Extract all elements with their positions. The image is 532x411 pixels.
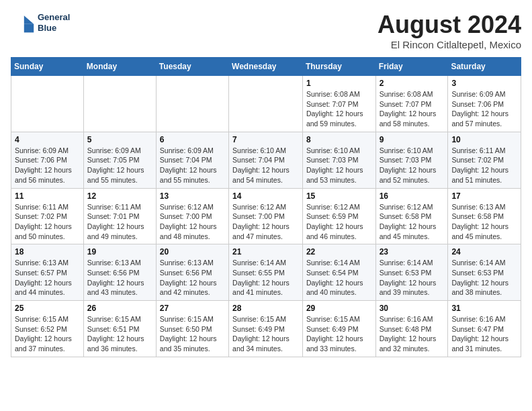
logo-line2: Blue — [38, 23, 70, 34]
calendar-week-row: 18Sunrise: 6:13 AM Sunset: 6:57 PM Dayli… — [11, 244, 521, 301]
weekday-header: Friday — [375, 58, 448, 76]
day-number: 23 — [380, 247, 445, 257]
calendar-cell: 2Sunrise: 6:08 AM Sunset: 7:07 PM Daylig… — [375, 76, 448, 132]
day-info: Sunrise: 6:12 AM Sunset: 6:59 PM Dayligh… — [306, 202, 372, 242]
calendar-cell: 29Sunrise: 6:15 AM Sunset: 6:49 PM Dayli… — [302, 301, 375, 357]
logo-icon — [11, 11, 35, 35]
calendar-cell: 18Sunrise: 6:13 AM Sunset: 6:57 PM Dayli… — [11, 244, 84, 301]
day-info: Sunrise: 6:10 AM Sunset: 7:03 PM Dayligh… — [306, 146, 372, 185]
calendar-cell: 22Sunrise: 6:14 AM Sunset: 6:54 PM Dayli… — [302, 244, 375, 301]
day-info: Sunrise: 6:16 AM Sunset: 6:48 PM Dayligh… — [380, 314, 445, 354]
weekday-header: Saturday — [448, 58, 521, 76]
logo-line1: General — [38, 12, 70, 23]
day-info: Sunrise: 6:13 AM Sunset: 6:56 PM Dayligh… — [160, 258, 225, 298]
weekday-header: Monday — [83, 58, 156, 76]
calendar-cell: 17Sunrise: 6:13 AM Sunset: 6:58 PM Dayli… — [448, 188, 521, 244]
day-info: Sunrise: 6:14 AM Sunset: 6:54 PM Dayligh… — [306, 258, 372, 298]
day-number: 2 — [380, 79, 445, 88]
day-info: Sunrise: 6:12 AM Sunset: 7:00 PM Dayligh… — [160, 202, 225, 242]
day-info: Sunrise: 6:14 AM Sunset: 6:53 PM Dayligh… — [380, 258, 445, 298]
day-number: 22 — [306, 247, 372, 257]
calendar-cell: 19Sunrise: 6:13 AM Sunset: 6:56 PM Dayli… — [83, 244, 156, 301]
location: El Rincon Citlaltepetl, Mexico — [378, 39, 521, 50]
calendar-week-row: 25Sunrise: 6:15 AM Sunset: 6:52 PM Dayli… — [11, 301, 521, 357]
day-info: Sunrise: 6:15 AM Sunset: 6:49 PM Dayligh… — [306, 314, 372, 354]
calendar-cell: 3Sunrise: 6:09 AM Sunset: 7:06 PM Daylig… — [448, 76, 521, 132]
calendar-cell: 25Sunrise: 6:15 AM Sunset: 6:52 PM Dayli… — [11, 301, 84, 357]
svg-marker-2 — [24, 24, 34, 33]
day-number: 28 — [232, 304, 299, 313]
calendar-cell: 8Sunrise: 6:10 AM Sunset: 7:03 PM Daylig… — [302, 132, 375, 188]
calendar-cell: 12Sunrise: 6:11 AM Sunset: 7:01 PM Dayli… — [83, 188, 156, 244]
day-info: Sunrise: 6:12 AM Sunset: 6:58 PM Dayligh… — [380, 202, 445, 242]
day-number: 19 — [87, 247, 152, 257]
day-number: 11 — [15, 191, 80, 201]
day-number: 3 — [451, 79, 517, 88]
title-block: August 2024 El Rincon Citlaltepetl, Mexi… — [378, 11, 521, 50]
day-number: 25 — [15, 304, 80, 313]
calendar-week-row: 11Sunrise: 6:11 AM Sunset: 7:02 PM Dayli… — [11, 188, 521, 244]
day-number: 9 — [380, 135, 445, 144]
day-number: 1 — [306, 79, 372, 88]
calendar-cell: 21Sunrise: 6:14 AM Sunset: 6:55 PM Dayli… — [229, 244, 303, 301]
day-info: Sunrise: 6:15 AM Sunset: 6:50 PM Dayligh… — [160, 314, 225, 354]
calendar-cell: 5Sunrise: 6:09 AM Sunset: 7:05 PM Daylig… — [83, 132, 156, 188]
logo: General Blue — [11, 11, 70, 35]
day-info: Sunrise: 6:15 AM Sunset: 6:49 PM Dayligh… — [232, 314, 299, 354]
day-number: 10 — [451, 135, 517, 144]
calendar-week-row: 4Sunrise: 6:09 AM Sunset: 7:06 PM Daylig… — [11, 132, 521, 188]
day-number: 27 — [160, 304, 225, 313]
calendar-table: SundayMondayTuesdayWednesdayThursdayFrid… — [11, 57, 521, 357]
calendar-cell: 15Sunrise: 6:12 AM Sunset: 6:59 PM Dayli… — [302, 188, 375, 244]
day-info: Sunrise: 6:11 AM Sunset: 7:02 PM Dayligh… — [15, 202, 80, 242]
calendar-cell: 13Sunrise: 6:12 AM Sunset: 7:00 PM Dayli… — [156, 188, 228, 244]
calendar-week-row: 1Sunrise: 6:08 AM Sunset: 7:07 PM Daylig… — [11, 76, 521, 132]
day-info: Sunrise: 6:13 AM Sunset: 6:56 PM Dayligh… — [87, 258, 152, 298]
day-info: Sunrise: 6:15 AM Sunset: 6:52 PM Dayligh… — [15, 314, 80, 354]
weekday-header: Tuesday — [156, 58, 228, 76]
day-info: Sunrise: 6:11 AM Sunset: 7:02 PM Dayligh… — [451, 146, 517, 185]
day-number: 5 — [87, 135, 152, 144]
calendar-cell: 10Sunrise: 6:11 AM Sunset: 7:02 PM Dayli… — [448, 132, 521, 188]
calendar-cell: 23Sunrise: 6:14 AM Sunset: 6:53 PM Dayli… — [375, 244, 448, 301]
calendar-cell — [229, 76, 303, 132]
calendar-cell: 30Sunrise: 6:16 AM Sunset: 6:48 PM Dayli… — [375, 301, 448, 357]
day-number: 29 — [306, 304, 372, 313]
day-number: 16 — [380, 191, 445, 201]
calendar-body: 1Sunrise: 6:08 AM Sunset: 7:07 PM Daylig… — [11, 76, 521, 357]
calendar-cell: 24Sunrise: 6:14 AM Sunset: 6:53 PM Dayli… — [448, 244, 521, 301]
calendar-cell: 26Sunrise: 6:15 AM Sunset: 6:51 PM Dayli… — [83, 301, 156, 357]
day-info: Sunrise: 6:13 AM Sunset: 6:58 PM Dayligh… — [451, 202, 517, 242]
calendar-cell — [83, 76, 156, 132]
day-number: 18 — [15, 247, 80, 257]
day-info: Sunrise: 6:08 AM Sunset: 7:07 PM Dayligh… — [306, 89, 372, 129]
day-info: Sunrise: 6:16 AM Sunset: 6:47 PM Dayligh… — [451, 314, 517, 354]
weekday-header: Wednesday — [229, 58, 303, 76]
day-info: Sunrise: 6:09 AM Sunset: 7:04 PM Dayligh… — [160, 146, 225, 185]
calendar-cell: 7Sunrise: 6:10 AM Sunset: 7:04 PM Daylig… — [229, 132, 303, 188]
day-info: Sunrise: 6:13 AM Sunset: 6:57 PM Dayligh… — [15, 258, 80, 298]
calendar-cell: 20Sunrise: 6:13 AM Sunset: 6:56 PM Dayli… — [156, 244, 228, 301]
logo-text: General Blue — [38, 12, 70, 33]
day-info: Sunrise: 6:09 AM Sunset: 7:06 PM Dayligh… — [451, 89, 517, 129]
calendar-header: SundayMondayTuesdayWednesdayThursdayFrid… — [11, 58, 521, 76]
day-info: Sunrise: 6:09 AM Sunset: 7:06 PM Dayligh… — [15, 146, 80, 185]
calendar-cell: 31Sunrise: 6:16 AM Sunset: 6:47 PM Dayli… — [448, 301, 521, 357]
day-number: 26 — [87, 304, 152, 313]
day-number: 12 — [87, 191, 152, 201]
day-info: Sunrise: 6:08 AM Sunset: 7:07 PM Dayligh… — [380, 89, 445, 129]
calendar-cell — [11, 76, 84, 132]
calendar-cell: 27Sunrise: 6:15 AM Sunset: 6:50 PM Dayli… — [156, 301, 228, 357]
day-number: 24 — [451, 247, 517, 257]
day-number: 4 — [15, 135, 80, 144]
calendar-cell: 6Sunrise: 6:09 AM Sunset: 7:04 PM Daylig… — [156, 132, 228, 188]
day-number: 31 — [451, 304, 517, 313]
calendar-cell: 9Sunrise: 6:10 AM Sunset: 7:03 PM Daylig… — [375, 132, 448, 188]
day-number: 13 — [160, 191, 225, 201]
calendar-cell: 11Sunrise: 6:11 AM Sunset: 7:02 PM Dayli… — [11, 188, 84, 244]
weekday-header: Sunday — [11, 58, 84, 76]
calendar-cell — [156, 76, 228, 132]
calendar-cell: 28Sunrise: 6:15 AM Sunset: 6:49 PM Dayli… — [229, 301, 303, 357]
day-number: 30 — [380, 304, 445, 313]
day-number: 14 — [232, 191, 299, 201]
